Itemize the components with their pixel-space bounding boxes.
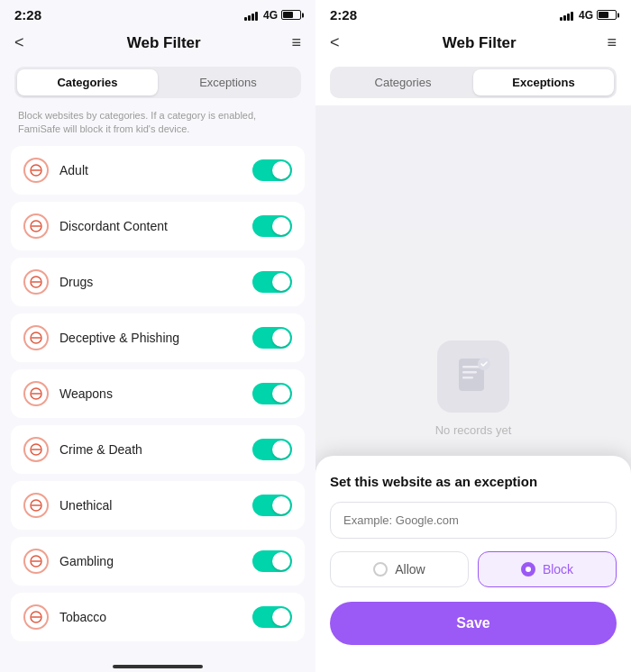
signal-icon [244, 10, 258, 21]
block-option[interactable]: Block [478, 551, 617, 587]
category-discordant-label: Discordant Content [59, 219, 252, 233]
list-item: Unethical [11, 481, 305, 530]
battery-icon-right [597, 10, 617, 20]
right-time: 2:28 [330, 7, 357, 23]
category-drugs-label: Drugs [59, 275, 252, 289]
category-crime-label: Crime & Death [59, 442, 252, 457]
url-input[interactable] [330, 502, 617, 539]
block-radio-dot [521, 562, 535, 577]
left-time: 2:28 [14, 7, 41, 23]
block-icon [23, 604, 49, 630]
right-tab-bar: Categories Exceptions [330, 67, 617, 98]
network-label: 4G [263, 9, 278, 22]
list-item: Deceptive & Phishing [11, 313, 305, 362]
block-label: Block [543, 562, 573, 577]
home-indicator-left [113, 665, 203, 668]
block-icon [23, 158, 49, 183]
right-status-bar: 2:28 4G [316, 0, 631, 26]
save-button[interactable]: Save [330, 602, 617, 645]
toggle-tobacco[interactable] [252, 606, 292, 628]
tab-exceptions-left[interactable]: Exceptions [158, 69, 298, 95]
list-item: Crime & Death [11, 425, 305, 474]
svg-rect-20 [462, 371, 477, 374]
block-icon [23, 381, 49, 406]
svg-rect-21 [462, 377, 473, 379]
left-top-nav: < Web Filter ≡ [0, 26, 316, 59]
category-adult-label: Adult [59, 163, 252, 177]
category-tobacco-label: Tobacco [59, 610, 252, 624]
empty-text: No records yet [435, 423, 512, 437]
allow-radio-dot [373, 562, 388, 577]
sheet-title: Set this website as an exception [330, 474, 617, 489]
list-item: Drugs [11, 258, 305, 306]
empty-illustration [437, 341, 509, 413]
tab-categories-left[interactable]: Categories [17, 69, 158, 95]
block-icon [23, 549, 49, 574]
right-top-nav: < Web Filter ≡ [316, 26, 631, 59]
filter-description: Block websites by categories. If a categ… [0, 105, 316, 146]
left-status-icons: 4G [244, 9, 301, 22]
category-deceptive-label: Deceptive & Phishing [59, 331, 252, 345]
left-back-button[interactable]: < [14, 33, 36, 52]
toggle-drugs[interactable] [252, 271, 292, 293]
network-label-right: 4G [579, 9, 593, 22]
tab-categories-right[interactable]: Categories [333, 69, 473, 95]
category-weapons-label: Weapons [59, 386, 252, 401]
category-list: Adult Discordant Content Drugs [0, 146, 316, 659]
list-item: Weapons [11, 369, 305, 418]
battery-icon [281, 10, 301, 20]
left-tab-bar: Categories Exceptions [14, 67, 301, 98]
list-item: Adult [11, 146, 305, 195]
toggle-weapons[interactable] [252, 383, 292, 404]
toggle-unethical[interactable] [252, 495, 292, 516]
bottom-sheet: Set this website as an exception Allow B… [316, 456, 631, 672]
allow-label: Allow [395, 562, 425, 577]
block-icon [23, 493, 49, 518]
toggle-crime[interactable] [252, 439, 292, 460]
svg-rect-19 [462, 366, 480, 368]
left-panel: 2:28 4G < Web Filter ≡ Categories Except… [0, 0, 316, 672]
toggle-adult[interactable] [252, 159, 292, 181]
list-item: Tobacco [11, 593, 305, 641]
right-back-button[interactable]: < [330, 33, 352, 52]
block-icon [23, 269, 49, 295]
block-icon [23, 325, 49, 350]
tab-exceptions-right[interactable]: Exceptions [473, 69, 614, 95]
radio-group: Allow Block [330, 551, 617, 587]
block-icon [23, 437, 49, 462]
left-nav-title: Web Filter [127, 34, 201, 52]
list-item: Gambling [11, 537, 305, 586]
toggle-deceptive[interactable] [252, 327, 292, 349]
toggle-discordant[interactable] [252, 215, 292, 237]
category-gambling-label: Gambling [59, 554, 252, 568]
right-nav-title: Web Filter [443, 34, 517, 52]
right-panel: 2:28 4G < Web Filter ≡ Categories Except… [316, 0, 631, 672]
right-menu-button[interactable]: ≡ [607, 33, 617, 52]
toggle-gambling[interactable] [252, 550, 292, 572]
list-item: Discordant Content [11, 202, 305, 250]
block-icon [23, 213, 49, 239]
category-unethical-label: Unethical [59, 498, 252, 513]
left-status-bar: 2:28 4G [0, 0, 316, 26]
allow-option[interactable]: Allow [330, 551, 469, 587]
right-status-icons: 4G [560, 9, 617, 22]
left-menu-button[interactable]: ≡ [291, 33, 301, 52]
signal-icon-right [560, 10, 573, 21]
